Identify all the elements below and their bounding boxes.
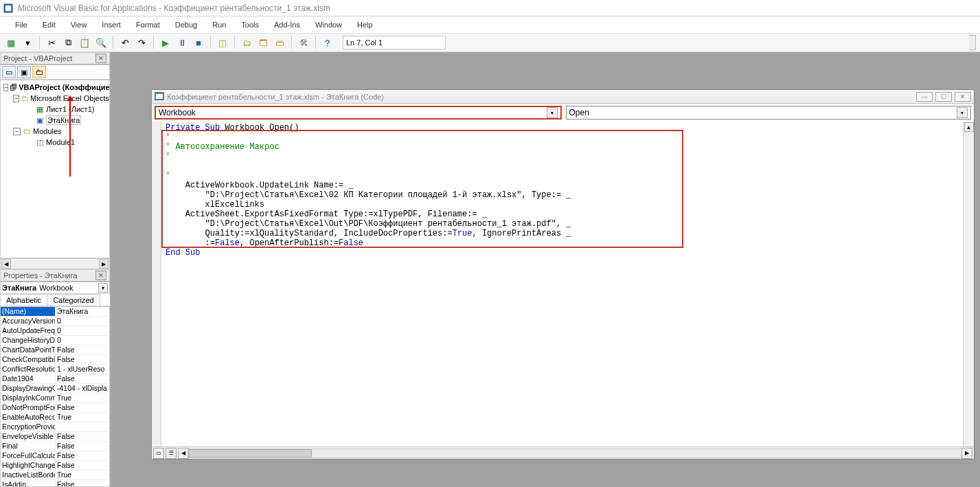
toolbox-icon[interactable]: 🛠 bbox=[297, 36, 310, 49]
toolbar-sep bbox=[153, 36, 154, 49]
project-explorer-icon[interactable]: 🗂 bbox=[240, 36, 253, 49]
properties-icon[interactable]: 🗔 bbox=[256, 36, 270, 49]
menu-file[interactable]: File bbox=[8, 19, 34, 31]
menu-edit[interactable]: Edit bbox=[36, 19, 62, 31]
toolbar-sep bbox=[113, 36, 113, 49]
toolbar-sep bbox=[315, 36, 316, 49]
toolbar-sep bbox=[291, 36, 292, 49]
object-browser-icon[interactable]: 🗃 bbox=[273, 36, 286, 49]
svg-rect-1 bbox=[5, 5, 11, 11]
menu-addins[interactable]: Add-Ins bbox=[267, 19, 307, 31]
menubar: File Edit View Insert Format Debug Run T… bbox=[0, 16, 980, 33]
app-title-text: Microsoft Visual Basic for Applications … bbox=[18, 3, 330, 13]
cut-icon[interactable]: ✂ bbox=[45, 36, 58, 49]
menu-debug[interactable]: Debug bbox=[168, 19, 204, 31]
toolbar-overflow[interactable] bbox=[969, 35, 976, 50]
menu-tools[interactable]: Tools bbox=[234, 19, 266, 31]
menu-help[interactable]: Help bbox=[350, 19, 380, 31]
vba-app-icon bbox=[3, 3, 14, 14]
excel-view-icon[interactable]: ▦ bbox=[4, 36, 18, 49]
run-icon[interactable]: ▶ bbox=[159, 36, 172, 49]
app-title-bar: Microsoft Visual Basic for Applications … bbox=[0, 0, 980, 16]
menu-format[interactable]: Format bbox=[129, 19, 167, 31]
design-mode-icon[interactable]: ◫ bbox=[216, 36, 229, 49]
toolbar-sep bbox=[39, 36, 40, 49]
menu-insert[interactable]: Insert bbox=[95, 19, 128, 31]
main-toolbar: ▦ ▾ ✂ ⧉ 📋 🔍 ↶ ↷ ▶ ⏸ ■ ◫ 🗂 🗔 🗃 🛠 ? Ln 7, … bbox=[0, 33, 980, 52]
stop-icon[interactable]: ■ bbox=[192, 36, 205, 49]
help-icon[interactable]: ? bbox=[321, 36, 334, 49]
menu-run[interactable]: Run bbox=[205, 19, 233, 31]
menu-window[interactable]: Window bbox=[308, 19, 349, 31]
toolbar-sep bbox=[210, 36, 211, 49]
pause-icon[interactable]: ⏸ bbox=[175, 36, 189, 49]
paste-icon[interactable]: 📋 bbox=[78, 36, 91, 49]
copy-icon[interactable]: ⧉ bbox=[61, 36, 75, 49]
toolbar-sep bbox=[234, 36, 235, 49]
dropdown-icon[interactable]: ▾ bbox=[21, 36, 34, 49]
menu-view[interactable]: View bbox=[64, 19, 94, 31]
redo-icon[interactable]: ↷ bbox=[135, 36, 148, 49]
cursor-position-box: Ln 7, Col 1 bbox=[343, 36, 446, 49]
undo-icon[interactable]: ↶ bbox=[118, 36, 132, 49]
find-icon[interactable]: 🔍 bbox=[94, 36, 108, 49]
